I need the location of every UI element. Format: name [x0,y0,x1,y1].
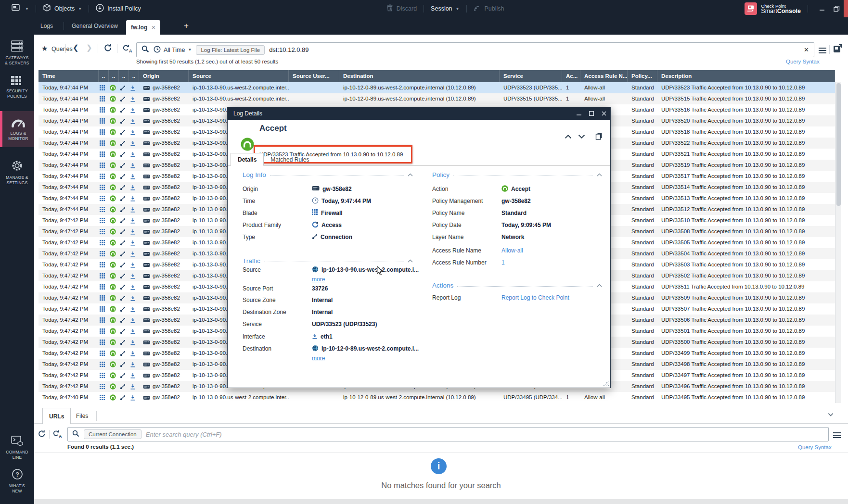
clear-query-icon[interactable] [804,46,809,53]
bottom-auto-refresh-button[interactable]: A [53,429,62,440]
col-header-access-rule-name[interactable]: Access Rule N... [580,70,628,82]
interface-icon [129,337,139,348]
col-header-origin[interactable]: Origin [139,70,189,82]
install-policy-button[interactable]: Install Policy [96,4,141,13]
blade-icon [99,326,109,337]
tab-fwlog[interactable]: fw.log [126,20,160,35]
cell-source-user [289,392,339,403]
app-menu-button[interactable] [12,4,29,13]
col-header-blade[interactable]: .. [99,70,109,82]
back-button[interactable] [73,43,79,52]
col-header-destination[interactable]: Destination [339,70,500,82]
connection-search-input[interactable] [146,431,824,438]
label: POLICIES [7,94,27,99]
dialog-minimize-button[interactable] [573,107,585,120]
report-log-link[interactable]: Report Log to Check Point [501,294,569,301]
refresh-button[interactable] [104,44,112,53]
gateway-icon [143,130,150,135]
restore-button[interactable] [829,0,844,17]
tab-details[interactable]: Details [231,153,264,166]
table-scrollbar[interactable] [835,82,841,403]
cell-policy: Standard [628,115,657,126]
objects-menu-button[interactable]: Objects [43,4,82,13]
resize-grip[interactable] [603,380,609,386]
cell-description: UDP/33504 Traffic Accepted from 10.13.0.… [657,248,835,259]
collapse-section-icon[interactable] [597,171,602,178]
accept-action-icon [110,394,116,401]
col-header-source-user[interactable]: Source User... [289,70,339,82]
access-rule-name-link[interactable]: Allow-all [501,247,523,254]
log-table-row[interactable]: Today, 9:47:44 PMgw-358e82ip-10-13-0-90.… [39,82,835,93]
dialog-maximize-button[interactable] [585,107,598,120]
collapse-section-icon[interactable] [408,257,413,264]
bottom-refresh-button[interactable] [38,430,46,439]
blade-icon [100,295,105,301]
collapse-section-icon[interactable] [408,171,413,178]
bottom-query-syntax-link[interactable]: Query Syntax [798,444,832,450]
tab-urls[interactable]: URLs [42,408,71,424]
col-header-time[interactable]: Time [39,70,99,82]
query-search-bar[interactable]: All Time Log File: Latest Log File dst:1… [136,42,814,57]
connection-type-icon [119,270,129,281]
tab-logs[interactable]: Logs [40,17,53,35]
query-text[interactable]: dst:10.12.0.89 [269,46,799,53]
new-tab-button[interactable] [184,21,189,31]
log-table-row[interactable]: Today, 9:47:44 PMgw-358e82ip-10-13-0-90.… [39,93,835,104]
queries-star-icon[interactable] [41,44,48,53]
previous-log-icon[interactable] [565,134,572,140]
time-filter-dropdown[interactable]: All Time [154,46,192,54]
sidebar-item-security-policies[interactable]: SECURITYPOLICIES [0,76,34,99]
queries-button[interactable]: Queries [51,46,73,52]
next-log-icon[interactable] [578,134,585,140]
session-menu-button[interactable]: Session [431,5,459,12]
table-options-menu-icon[interactable] [819,46,826,55]
close-button[interactable] [844,0,848,17]
dialog-titlebar[interactable]: Log Details [228,107,610,120]
tab-files[interactable]: Files [70,408,94,424]
blade-icon [99,149,109,160]
field-value-origin: gw-358e82 [322,186,352,192]
connection-type-icon [312,234,318,241]
copy-icon[interactable] [595,132,603,141]
auto-refresh-button[interactable]: A [123,44,132,54]
col-header-interface[interactable]: .. [129,70,139,82]
col-header-action[interactable]: .. [109,70,119,82]
sidebar-item-whats-new[interactable]: ? WHAT'SNEW [0,468,34,494]
section-traffic: Traffic [243,256,413,265]
interface-icon [130,218,136,224]
destination-more-link[interactable]: more [312,355,325,362]
tab-matched-rules[interactable]: Matched Rules [264,153,316,166]
sidebar-item-gateways-servers[interactable]: GATEWAYS& SERVERS [0,40,34,66]
dialog-close-icon[interactable] [598,107,610,120]
col-header-policy[interactable]: Policy... [628,70,657,82]
accept-action-icon [110,239,116,246]
open-in-new-window-icon[interactable] [833,44,842,55]
col-header-source[interactable]: Source [189,70,289,82]
discard-button[interactable]: Discard [386,4,417,13]
blade-icon [100,395,105,401]
forward-button[interactable] [86,43,92,52]
sidebar-item-command-line[interactable]: COMMANDLINE [0,436,34,460]
log-file-chip[interactable]: Log File: Latest Log File [196,45,265,55]
scrollbar-thumb[interactable] [836,83,841,206]
source-more-link[interactable]: more [312,276,325,283]
publish-button[interactable]: Publish [474,4,504,13]
tab-general-overview[interactable]: General Overview [72,17,118,35]
connection-search-bar[interactable]: Current Connection [67,427,829,441]
col-header-ac[interactable]: Ac... [562,70,580,82]
log-table-row[interactable]: Today, 9:47:40 PMgw-358e82ip-10-13-0-90.… [39,392,835,403]
sidebar-item-manage-settings[interactable]: MANAGE &SETTINGS [0,160,34,186]
collapse-panel-icon[interactable] [827,411,834,419]
col-header-description[interactable]: Description [657,70,835,82]
query-syntax-link[interactable]: Query Syntax [786,59,820,64]
current-connection-chip[interactable]: Current Connection [84,429,141,439]
col-header-type[interactable]: .. [119,70,129,82]
tab-close-icon[interactable] [151,25,155,31]
access-rule-number-link[interactable]: 1 [501,259,505,266]
collapse-section-icon[interactable] [597,282,602,289]
bottom-options-menu-icon[interactable] [833,431,841,440]
col-header-service[interactable]: Service [500,70,562,82]
sidebar-item-logs-monitor[interactable]: LOGS &MONITOR [0,111,34,147]
minimize-button[interactable] [815,0,829,17]
connection-type-icon [119,171,129,182]
